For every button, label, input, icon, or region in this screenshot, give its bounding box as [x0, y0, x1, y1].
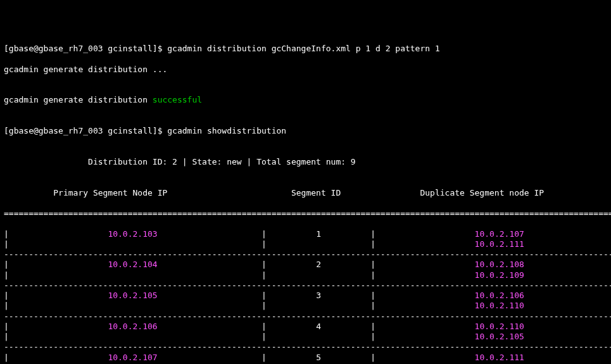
table-row: | 10.0.2.105 | 3 | 10.0.2.106 |: [4, 291, 607, 301]
gen-progress: gcadmin generate distribution ...: [4, 65, 607, 75]
ip-value: 10.0.2.108: [475, 260, 524, 269]
table-row: | | | 10.0.2.109 |: [4, 270, 607, 280]
rule-dash: ----------------------------------------…: [4, 249, 607, 260]
ip-value: 10.0.2.105: [475, 332, 524, 341]
ip-value: 10.0.2.111: [475, 353, 524, 362]
rule-dash: ----------------------------------------…: [4, 280, 607, 291]
ip-value: 10.0.2.107: [475, 229, 524, 239]
table-header: Primary Segment Node IP Segment ID Dupli…: [4, 188, 607, 198]
ip-value: 10.0.2.111: [475, 239, 524, 249]
table-row: | 10.0.2.107 | 5 | 10.0.2.111 |: [4, 353, 607, 363]
command-2: gcadmin showdistribution: [167, 126, 286, 135]
ip-value: 10.0.2.103: [108, 229, 157, 239]
ip-value: 10.0.2.110: [475, 301, 524, 310]
table-row: | 10.0.2.106 | 4 | 10.0.2.110 |: [4, 322, 607, 332]
prompt-prefix: [gbase@gbase_rh7_003 gcinstall]$: [4, 44, 167, 53]
summary-line: Distribution ID: 2 | State: new | Total …: [4, 157, 607, 167]
ip-value: 10.0.2.109: [475, 270, 524, 280]
ip-value: 10.0.2.106: [108, 322, 157, 331]
table-row: | | | 10.0.2.111 |: [4, 239, 607, 249]
ip-value: 10.0.2.106: [475, 291, 524, 300]
command-1: gcadmin distribution gcChangeInfo.xml p …: [167, 44, 439, 53]
prompt-line-1[interactable]: [gbase@gbase_rh7_003 gcinstall]$ gcadmin…: [4, 44, 607, 54]
ip-value: 10.0.2.104: [108, 260, 157, 269]
rule-dash: ----------------------------------------…: [4, 342, 607, 352]
table-row: | 10.0.2.104 | 2 | 10.0.2.108 |: [4, 260, 607, 270]
ip-value: 10.0.2.107: [108, 353, 157, 362]
ip-value: 10.0.2.110: [475, 322, 524, 331]
rule-double: ========================================…: [4, 208, 607, 218]
prompt-line-2[interactable]: [gbase@gbase_rh7_003 gcinstall]$ gcadmin…: [4, 126, 607, 136]
table-row: | | | 10.0.2.110 |: [4, 301, 607, 311]
table-row: | 10.0.2.103 | 1 | 10.0.2.107 |: [4, 229, 607, 239]
rule-dash: ----------------------------------------…: [4, 311, 607, 322]
prompt-prefix: [gbase@gbase_rh7_003 gcinstall]$: [4, 126, 167, 135]
success-word: successful: [153, 95, 202, 104]
ip-value: 10.0.2.105: [108, 291, 157, 300]
table-row: | | | 10.0.2.105 |: [4, 332, 607, 342]
gen-success: gcadmin generate distribution successful: [4, 95, 607, 105]
